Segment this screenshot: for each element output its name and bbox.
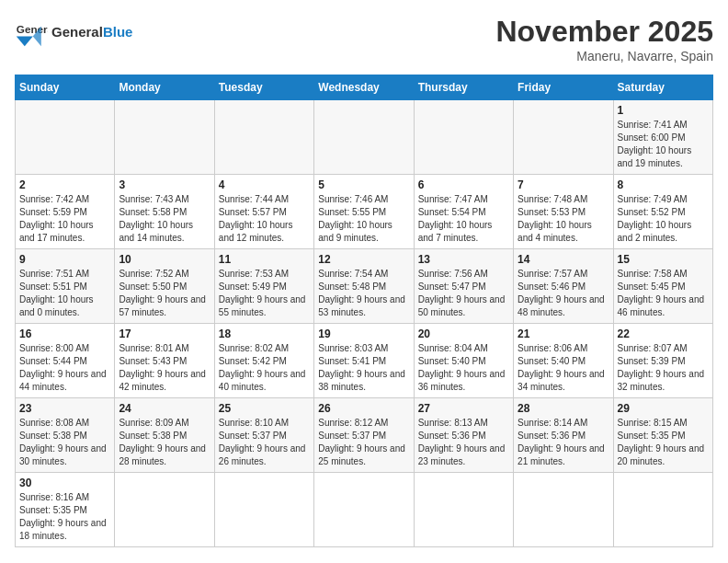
day-info: Sunrise: 7:48 AM Sunset: 5:53 PM Dayligh…	[518, 193, 609, 245]
svg-text:General: General	[17, 23, 48, 35]
calendar-cell	[214, 473, 313, 547]
calendar-week-row: 23Sunrise: 8:08 AM Sunset: 5:38 PM Dayli…	[16, 398, 713, 473]
day-info: Sunrise: 7:47 AM Sunset: 5:54 PM Dayligh…	[418, 193, 509, 245]
day-number: 19	[318, 327, 409, 340]
calendar-cell: 25Sunrise: 8:10 AM Sunset: 5:37 PM Dayli…	[214, 398, 313, 473]
calendar-cell: 3Sunrise: 7:43 AM Sunset: 5:58 PM Daylig…	[115, 175, 214, 249]
calendar-table: SundayMondayTuesdayWednesdayThursdayFrid…	[15, 75, 713, 547]
calendar-cell: 1Sunrise: 7:41 AM Sunset: 6:00 PM Daylig…	[613, 100, 712, 175]
calendar-cell	[613, 473, 712, 547]
day-info: Sunrise: 7:57 AM Sunset: 5:46 PM Dayligh…	[518, 268, 609, 319]
calendar-cell: 24Sunrise: 8:09 AM Sunset: 5:38 PM Dayli…	[115, 398, 214, 473]
day-number: 3	[119, 178, 210, 191]
calendar-cell: 11Sunrise: 7:53 AM Sunset: 5:49 PM Dayli…	[214, 249, 313, 324]
day-number: 25	[219, 402, 310, 415]
day-number: 30	[19, 477, 110, 489]
day-info: Sunrise: 7:49 AM Sunset: 5:52 PM Dayligh…	[618, 193, 709, 245]
logo-text: GeneralBlue	[51, 25, 132, 39]
day-info: Sunrise: 8:12 AM Sunset: 5:37 PM Dayligh…	[318, 417, 409, 468]
day-info: Sunrise: 8:04 AM Sunset: 5:40 PM Dayligh…	[418, 342, 509, 394]
day-info: Sunrise: 8:14 AM Sunset: 5:36 PM Dayligh…	[518, 417, 609, 468]
calendar-cell: 9Sunrise: 7:51 AM Sunset: 5:51 PM Daylig…	[16, 249, 115, 324]
day-info: Sunrise: 8:08 AM Sunset: 5:38 PM Dayligh…	[19, 417, 110, 468]
calendar-cell	[514, 100, 613, 175]
weekday-header-monday: Monday	[115, 75, 214, 100]
calendar-week-row: 16Sunrise: 8:00 AM Sunset: 5:44 PM Dayli…	[16, 324, 713, 398]
logo-icon: General	[15, 15, 48, 48]
day-info: Sunrise: 8:06 AM Sunset: 5:40 PM Dayligh…	[518, 342, 609, 394]
calendar-cell	[514, 473, 613, 547]
calendar-cell	[314, 473, 414, 547]
day-info: Sunrise: 7:46 AM Sunset: 5:55 PM Dayligh…	[318, 193, 409, 245]
calendar-cell	[414, 100, 513, 175]
day-number: 24	[119, 402, 210, 415]
calendar-cell: 22Sunrise: 8:07 AM Sunset: 5:39 PM Dayli…	[613, 324, 712, 398]
calendar-cell: 10Sunrise: 7:52 AM Sunset: 5:50 PM Dayli…	[115, 249, 214, 324]
weekday-header-friday: Friday	[514, 75, 613, 100]
day-number: 27	[418, 402, 509, 415]
day-info: Sunrise: 7:56 AM Sunset: 5:47 PM Dayligh…	[418, 268, 509, 319]
day-number: 22	[618, 327, 709, 340]
weekday-header-tuesday: Tuesday	[214, 75, 313, 100]
calendar-cell: 12Sunrise: 7:54 AM Sunset: 5:48 PM Dayli…	[314, 249, 414, 324]
day-number: 17	[119, 327, 210, 340]
day-info: Sunrise: 8:15 AM Sunset: 5:35 PM Dayligh…	[618, 417, 709, 468]
calendar-week-row: 9Sunrise: 7:51 AM Sunset: 5:51 PM Daylig…	[16, 249, 713, 324]
svg-marker-1	[17, 36, 33, 46]
calendar-cell: 23Sunrise: 8:08 AM Sunset: 5:38 PM Dayli…	[16, 398, 115, 473]
day-number: 23	[19, 402, 110, 415]
calendar-cell: 26Sunrise: 8:12 AM Sunset: 5:37 PM Dayli…	[314, 398, 414, 473]
weekday-header-wednesday: Wednesday	[314, 75, 414, 100]
day-number: 12	[318, 253, 409, 266]
calendar-cell: 17Sunrise: 8:01 AM Sunset: 5:43 PM Dayli…	[115, 324, 214, 398]
calendar-cell	[214, 100, 313, 175]
calendar-cell: 14Sunrise: 7:57 AM Sunset: 5:46 PM Dayli…	[514, 249, 613, 324]
calendar-header-row: SundayMondayTuesdayWednesdayThursdayFrid…	[16, 75, 713, 100]
day-number: 14	[518, 253, 609, 266]
day-number: 1	[618, 104, 709, 117]
calendar-cell	[314, 100, 414, 175]
title-area: November 2025 Maneru, Navarre, Spain	[495, 15, 713, 63]
day-number: 16	[19, 327, 110, 340]
day-info: Sunrise: 7:41 AM Sunset: 6:00 PM Dayligh…	[618, 119, 709, 170]
day-info: Sunrise: 7:42 AM Sunset: 5:59 PM Dayligh…	[19, 193, 110, 245]
calendar-cell	[115, 100, 214, 175]
day-info: Sunrise: 8:09 AM Sunset: 5:38 PM Dayligh…	[119, 417, 210, 468]
calendar-week-row: 1Sunrise: 7:41 AM Sunset: 6:00 PM Daylig…	[16, 100, 713, 175]
calendar-cell: 8Sunrise: 7:49 AM Sunset: 5:52 PM Daylig…	[613, 175, 712, 249]
day-info: Sunrise: 7:44 AM Sunset: 5:57 PM Dayligh…	[219, 193, 310, 245]
day-info: Sunrise: 7:53 AM Sunset: 5:49 PM Dayligh…	[219, 268, 310, 319]
calendar-cell: 27Sunrise: 8:13 AM Sunset: 5:36 PM Dayli…	[414, 398, 513, 473]
logo: General GeneralBlue	[15, 15, 132, 48]
calendar-cell: 13Sunrise: 7:56 AM Sunset: 5:47 PM Dayli…	[414, 249, 513, 324]
calendar-cell: 4Sunrise: 7:44 AM Sunset: 5:57 PM Daylig…	[214, 175, 313, 249]
calendar-cell	[16, 100, 115, 175]
day-info: Sunrise: 7:52 AM Sunset: 5:50 PM Dayligh…	[119, 268, 210, 319]
calendar-cell: 18Sunrise: 8:02 AM Sunset: 5:42 PM Dayli…	[214, 324, 313, 398]
month-title: November 2025	[495, 15, 713, 49]
day-info: Sunrise: 8:03 AM Sunset: 5:41 PM Dayligh…	[318, 342, 409, 394]
calendar-cell: 2Sunrise: 7:42 AM Sunset: 5:59 PM Daylig…	[16, 175, 115, 249]
calendar-cell: 29Sunrise: 8:15 AM Sunset: 5:35 PM Dayli…	[613, 398, 712, 473]
day-number: 9	[19, 253, 110, 266]
calendar-week-row: 30Sunrise: 8:16 AM Sunset: 5:35 PM Dayli…	[16, 473, 713, 547]
day-number: 28	[518, 402, 609, 415]
day-number: 15	[618, 253, 709, 266]
calendar-cell: 20Sunrise: 8:04 AM Sunset: 5:40 PM Dayli…	[414, 324, 513, 398]
calendar-cell: 21Sunrise: 8:06 AM Sunset: 5:40 PM Dayli…	[514, 324, 613, 398]
day-number: 8	[618, 178, 709, 191]
calendar-cell: 19Sunrise: 8:03 AM Sunset: 5:41 PM Dayli…	[314, 324, 414, 398]
day-info: Sunrise: 8:13 AM Sunset: 5:36 PM Dayligh…	[418, 417, 509, 468]
calendar-cell: 15Sunrise: 7:58 AM Sunset: 5:45 PM Dayli…	[613, 249, 712, 324]
weekday-header-thursday: Thursday	[414, 75, 513, 100]
calendar-cell	[115, 473, 214, 547]
day-number: 26	[318, 402, 409, 415]
day-number: 13	[418, 253, 509, 266]
calendar-cell: 30Sunrise: 8:16 AM Sunset: 5:35 PM Dayli…	[16, 473, 115, 547]
day-number: 5	[318, 178, 409, 191]
weekday-header-saturday: Saturday	[613, 75, 712, 100]
calendar-cell	[414, 473, 513, 547]
day-info: Sunrise: 8:00 AM Sunset: 5:44 PM Dayligh…	[19, 342, 110, 394]
day-info: Sunrise: 8:07 AM Sunset: 5:39 PM Dayligh…	[618, 342, 709, 394]
day-info: Sunrise: 8:02 AM Sunset: 5:42 PM Dayligh…	[219, 342, 310, 394]
